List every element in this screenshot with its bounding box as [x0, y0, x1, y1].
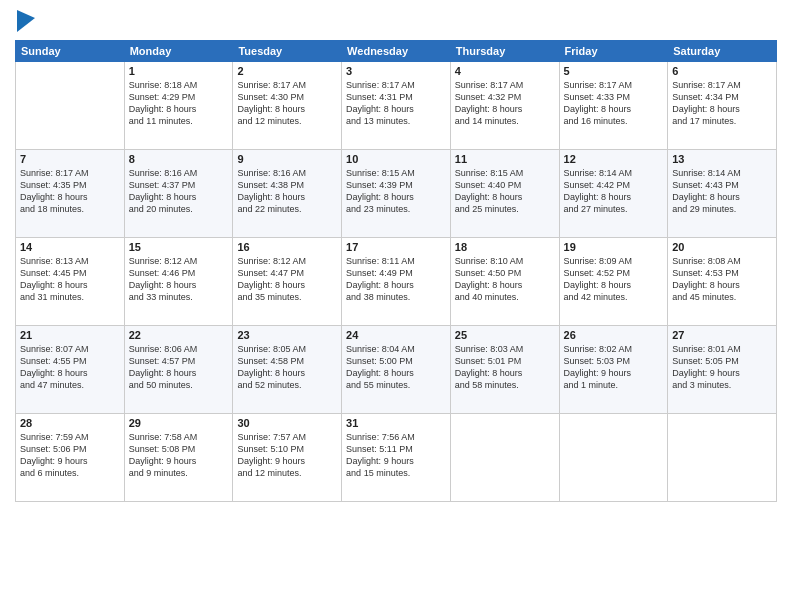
day-info: Sunrise: 8:15 AMSunset: 4:39 PMDaylight:…	[346, 167, 446, 216]
calendar-cell: 9Sunrise: 8:16 AMSunset: 4:38 PMDaylight…	[233, 150, 342, 238]
day-number: 7	[20, 153, 120, 165]
day-number: 17	[346, 241, 446, 253]
day-info: Sunrise: 8:03 AMSunset: 5:01 PMDaylight:…	[455, 343, 555, 392]
day-number: 18	[455, 241, 555, 253]
day-number: 2	[237, 65, 337, 77]
weekday-header: Friday	[559, 41, 668, 62]
day-number: 19	[564, 241, 664, 253]
day-info: Sunrise: 8:12 AMSunset: 4:47 PMDaylight:…	[237, 255, 337, 304]
day-info: Sunrise: 8:17 AMSunset: 4:34 PMDaylight:…	[672, 79, 772, 128]
calendar-cell	[559, 414, 668, 502]
calendar-cell: 20Sunrise: 8:08 AMSunset: 4:53 PMDayligh…	[668, 238, 777, 326]
calendar-cell: 13Sunrise: 8:14 AMSunset: 4:43 PMDayligh…	[668, 150, 777, 238]
day-number: 11	[455, 153, 555, 165]
calendar-cell: 10Sunrise: 8:15 AMSunset: 4:39 PMDayligh…	[342, 150, 451, 238]
day-info: Sunrise: 8:16 AMSunset: 4:37 PMDaylight:…	[129, 167, 229, 216]
day-info: Sunrise: 8:01 AMSunset: 5:05 PMDaylight:…	[672, 343, 772, 392]
logo	[15, 10, 35, 32]
day-info: Sunrise: 7:59 AMSunset: 5:06 PMDaylight:…	[20, 431, 120, 480]
calendar-cell: 25Sunrise: 8:03 AMSunset: 5:01 PMDayligh…	[450, 326, 559, 414]
day-number: 20	[672, 241, 772, 253]
calendar-cell	[450, 414, 559, 502]
day-info: Sunrise: 8:14 AMSunset: 4:42 PMDaylight:…	[564, 167, 664, 216]
day-info: Sunrise: 8:17 AMSunset: 4:35 PMDaylight:…	[20, 167, 120, 216]
calendar: SundayMondayTuesdayWednesdayThursdayFrid…	[15, 40, 777, 502]
day-info: Sunrise: 8:10 AMSunset: 4:50 PMDaylight:…	[455, 255, 555, 304]
day-number: 24	[346, 329, 446, 341]
calendar-week-row: 1Sunrise: 8:18 AMSunset: 4:29 PMDaylight…	[16, 62, 777, 150]
day-info: Sunrise: 8:15 AMSunset: 4:40 PMDaylight:…	[455, 167, 555, 216]
calendar-cell: 31Sunrise: 7:56 AMSunset: 5:11 PMDayligh…	[342, 414, 451, 502]
day-number: 21	[20, 329, 120, 341]
calendar-cell: 28Sunrise: 7:59 AMSunset: 5:06 PMDayligh…	[16, 414, 125, 502]
day-number: 10	[346, 153, 446, 165]
calendar-cell: 1Sunrise: 8:18 AMSunset: 4:29 PMDaylight…	[124, 62, 233, 150]
day-info: Sunrise: 8:08 AMSunset: 4:53 PMDaylight:…	[672, 255, 772, 304]
day-number: 22	[129, 329, 229, 341]
day-info: Sunrise: 7:57 AMSunset: 5:10 PMDaylight:…	[237, 431, 337, 480]
page: SundayMondayTuesdayWednesdayThursdayFrid…	[0, 0, 792, 612]
day-number: 14	[20, 241, 120, 253]
calendar-week-row: 21Sunrise: 8:07 AMSunset: 4:55 PMDayligh…	[16, 326, 777, 414]
weekday-header: Monday	[124, 41, 233, 62]
day-number: 26	[564, 329, 664, 341]
day-info: Sunrise: 8:17 AMSunset: 4:30 PMDaylight:…	[237, 79, 337, 128]
calendar-cell: 21Sunrise: 8:07 AMSunset: 4:55 PMDayligh…	[16, 326, 125, 414]
day-info: Sunrise: 8:14 AMSunset: 4:43 PMDaylight:…	[672, 167, 772, 216]
calendar-cell	[668, 414, 777, 502]
weekday-header: Wednesday	[342, 41, 451, 62]
calendar-cell: 11Sunrise: 8:15 AMSunset: 4:40 PMDayligh…	[450, 150, 559, 238]
day-number: 29	[129, 417, 229, 429]
day-number: 4	[455, 65, 555, 77]
day-info: Sunrise: 8:17 AMSunset: 4:31 PMDaylight:…	[346, 79, 446, 128]
calendar-header-row: SundayMondayTuesdayWednesdayThursdayFrid…	[16, 41, 777, 62]
calendar-cell: 24Sunrise: 8:04 AMSunset: 5:00 PMDayligh…	[342, 326, 451, 414]
day-info: Sunrise: 8:17 AMSunset: 4:32 PMDaylight:…	[455, 79, 555, 128]
day-number: 23	[237, 329, 337, 341]
calendar-cell: 22Sunrise: 8:06 AMSunset: 4:57 PMDayligh…	[124, 326, 233, 414]
calendar-cell: 30Sunrise: 7:57 AMSunset: 5:10 PMDayligh…	[233, 414, 342, 502]
day-number: 12	[564, 153, 664, 165]
day-info: Sunrise: 8:13 AMSunset: 4:45 PMDaylight:…	[20, 255, 120, 304]
day-info: Sunrise: 8:12 AMSunset: 4:46 PMDaylight:…	[129, 255, 229, 304]
weekday-header: Sunday	[16, 41, 125, 62]
calendar-week-row: 28Sunrise: 7:59 AMSunset: 5:06 PMDayligh…	[16, 414, 777, 502]
svg-marker-0	[17, 10, 35, 32]
day-info: Sunrise: 7:56 AMSunset: 5:11 PMDaylight:…	[346, 431, 446, 480]
day-info: Sunrise: 8:02 AMSunset: 5:03 PMDaylight:…	[564, 343, 664, 392]
calendar-week-row: 7Sunrise: 8:17 AMSunset: 4:35 PMDaylight…	[16, 150, 777, 238]
calendar-cell	[16, 62, 125, 150]
calendar-cell: 7Sunrise: 8:17 AMSunset: 4:35 PMDaylight…	[16, 150, 125, 238]
day-number: 28	[20, 417, 120, 429]
weekday-header: Thursday	[450, 41, 559, 62]
calendar-cell: 18Sunrise: 8:10 AMSunset: 4:50 PMDayligh…	[450, 238, 559, 326]
day-number: 25	[455, 329, 555, 341]
day-number: 27	[672, 329, 772, 341]
calendar-cell: 26Sunrise: 8:02 AMSunset: 5:03 PMDayligh…	[559, 326, 668, 414]
day-info: Sunrise: 8:11 AMSunset: 4:49 PMDaylight:…	[346, 255, 446, 304]
calendar-cell: 16Sunrise: 8:12 AMSunset: 4:47 PMDayligh…	[233, 238, 342, 326]
day-number: 1	[129, 65, 229, 77]
calendar-cell: 5Sunrise: 8:17 AMSunset: 4:33 PMDaylight…	[559, 62, 668, 150]
day-info: Sunrise: 8:04 AMSunset: 5:00 PMDaylight:…	[346, 343, 446, 392]
header	[15, 10, 777, 32]
weekday-header: Tuesday	[233, 41, 342, 62]
calendar-cell: 8Sunrise: 8:16 AMSunset: 4:37 PMDaylight…	[124, 150, 233, 238]
calendar-cell: 12Sunrise: 8:14 AMSunset: 4:42 PMDayligh…	[559, 150, 668, 238]
calendar-cell: 23Sunrise: 8:05 AMSunset: 4:58 PMDayligh…	[233, 326, 342, 414]
day-number: 8	[129, 153, 229, 165]
calendar-week-row: 14Sunrise: 8:13 AMSunset: 4:45 PMDayligh…	[16, 238, 777, 326]
calendar-cell: 17Sunrise: 8:11 AMSunset: 4:49 PMDayligh…	[342, 238, 451, 326]
calendar-cell: 27Sunrise: 8:01 AMSunset: 5:05 PMDayligh…	[668, 326, 777, 414]
calendar-cell: 19Sunrise: 8:09 AMSunset: 4:52 PMDayligh…	[559, 238, 668, 326]
day-number: 9	[237, 153, 337, 165]
calendar-cell: 3Sunrise: 8:17 AMSunset: 4:31 PMDaylight…	[342, 62, 451, 150]
calendar-cell: 29Sunrise: 7:58 AMSunset: 5:08 PMDayligh…	[124, 414, 233, 502]
day-number: 16	[237, 241, 337, 253]
logo-icon	[17, 10, 35, 32]
day-number: 3	[346, 65, 446, 77]
day-number: 6	[672, 65, 772, 77]
day-number: 31	[346, 417, 446, 429]
day-info: Sunrise: 8:09 AMSunset: 4:52 PMDaylight:…	[564, 255, 664, 304]
day-info: Sunrise: 8:06 AMSunset: 4:57 PMDaylight:…	[129, 343, 229, 392]
